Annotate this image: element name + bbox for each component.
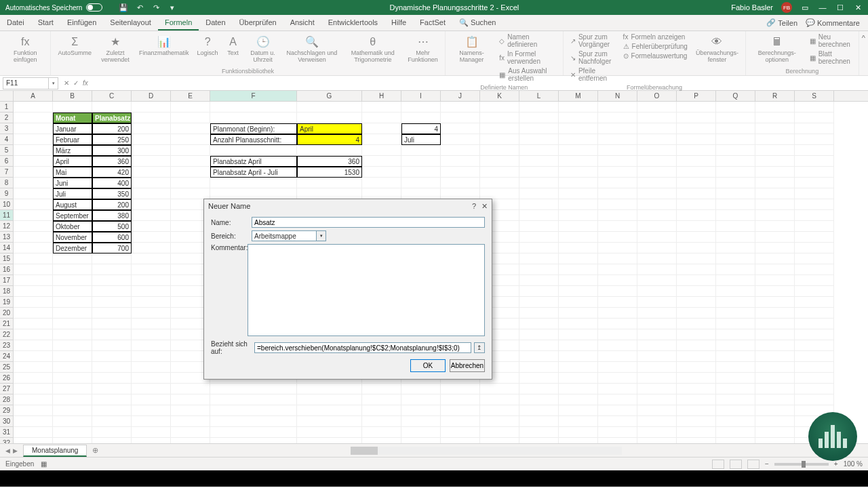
cell[interactable]: [598, 438, 637, 443]
cell[interactable]: [401, 416, 441, 427]
cell[interactable]: [755, 210, 795, 221]
cell[interactable]: [598, 253, 637, 264]
row-header[interactable]: 5: [0, 145, 14, 156]
cell[interactable]: [755, 232, 795, 243]
create-from-selection-button[interactable]: ▦Aus Auswahl erstellen: [496, 66, 559, 83]
cell[interactable]: [598, 199, 637, 210]
cell[interactable]: [519, 416, 559, 427]
macro-record-icon[interactable]: ▦: [41, 460, 47, 468]
cell[interactable]: [210, 384, 297, 394]
cell[interactable]: [519, 221, 559, 232]
cell[interactable]: [53, 264, 92, 275]
cell[interactable]: [637, 113, 677, 123]
cell[interactable]: [795, 384, 834, 394]
comments-button[interactable]: 💬 Kommentare: [806, 18, 860, 27]
cell[interactable]: [637, 134, 677, 145]
cell[interactable]: [53, 405, 92, 416]
cell[interactable]: [795, 351, 834, 362]
cell[interactable]: [401, 188, 441, 199]
cell[interactable]: [92, 340, 132, 351]
row-header[interactable]: 22: [0, 329, 14, 340]
cell[interactable]: [362, 394, 401, 405]
cell[interactable]: [401, 405, 441, 416]
cell[interactable]: [14, 253, 53, 264]
text-button[interactable]: AText: [224, 33, 243, 60]
cell[interactable]: [480, 384, 519, 394]
cell[interactable]: [14, 384, 53, 394]
cell[interactable]: [716, 253, 755, 264]
cell[interactable]: [92, 351, 132, 362]
cell[interactable]: [14, 232, 53, 243]
cell[interactable]: Anzahl Planausschnitt:: [210, 134, 297, 145]
cell[interactable]: [53, 319, 92, 329]
cell[interactable]: [677, 362, 716, 373]
tab-seitenlayout[interactable]: Seitenlayout: [103, 16, 158, 30]
cell[interactable]: [598, 178, 637, 188]
cell[interactable]: [401, 145, 441, 156]
cell[interactable]: [441, 123, 480, 134]
row-header[interactable]: 16: [0, 264, 14, 275]
cell[interactable]: [132, 264, 171, 275]
cell[interactable]: [132, 232, 171, 243]
cell[interactable]: [637, 340, 677, 351]
cell[interactable]: [637, 199, 677, 210]
cell[interactable]: [795, 199, 834, 210]
cell[interactable]: [716, 123, 755, 134]
cell[interactable]: [92, 362, 132, 373]
cell[interactable]: [14, 264, 53, 275]
cell[interactable]: [677, 221, 716, 232]
cell[interactable]: [441, 427, 480, 438]
cell[interactable]: 360: [297, 156, 362, 167]
cell[interactable]: [519, 297, 559, 308]
cell[interactable]: [297, 188, 362, 199]
row-header[interactable]: 3: [0, 123, 14, 134]
cell[interactable]: [171, 156, 210, 167]
cell[interactable]: [53, 308, 92, 319]
cell[interactable]: 200: [92, 199, 132, 210]
cell[interactable]: [519, 178, 559, 188]
row-header[interactable]: 7: [0, 167, 14, 178]
cell[interactable]: 380: [92, 210, 132, 221]
cell[interactable]: 400: [92, 178, 132, 188]
cell[interactable]: [755, 329, 795, 340]
cell[interactable]: [441, 134, 480, 145]
cell[interactable]: [519, 123, 559, 134]
cell[interactable]: [795, 373, 834, 384]
more-functions-button[interactable]: ⋯Mehr Funktionen: [405, 33, 441, 66]
cell[interactable]: [132, 362, 171, 373]
cell[interactable]: [716, 167, 755, 178]
cell[interactable]: [14, 221, 53, 232]
tab-factset[interactable]: FactSet: [413, 16, 452, 30]
cell[interactable]: [132, 134, 171, 145]
cell[interactable]: [716, 416, 755, 427]
fx-icon[interactable]: fx: [83, 79, 88, 87]
cell[interactable]: [171, 438, 210, 443]
cell[interactable]: [210, 394, 297, 405]
cell[interactable]: [677, 405, 716, 416]
cell[interactable]: [53, 297, 92, 308]
cell[interactable]: [716, 297, 755, 308]
cell[interactable]: [559, 297, 598, 308]
cell[interactable]: [637, 156, 677, 167]
cell[interactable]: 200: [92, 123, 132, 134]
cell[interactable]: [637, 167, 677, 178]
undo-icon[interactable]: ↶: [135, 3, 144, 12]
cell[interactable]: [716, 286, 755, 297]
cell[interactable]: [677, 286, 716, 297]
cell[interactable]: [210, 416, 297, 427]
cell[interactable]: [92, 373, 132, 384]
redo-icon[interactable]: ↷: [151, 3, 161, 12]
cell[interactable]: [92, 264, 132, 275]
cell[interactable]: [677, 156, 716, 167]
cell[interactable]: [171, 167, 210, 178]
cell[interactable]: [519, 438, 559, 443]
row-header[interactable]: 13: [0, 232, 14, 243]
cell[interactable]: Planmonat (Beginn):: [210, 123, 297, 134]
trace-dependents-button[interactable]: ↘Spur zum Nachfolger: [568, 49, 618, 66]
col-header[interactable]: A: [14, 91, 53, 101]
cell[interactable]: [401, 167, 441, 178]
cell[interactable]: [401, 113, 441, 123]
cell[interactable]: [14, 362, 53, 373]
cell[interactable]: [637, 243, 677, 253]
cell[interactable]: [14, 134, 53, 145]
